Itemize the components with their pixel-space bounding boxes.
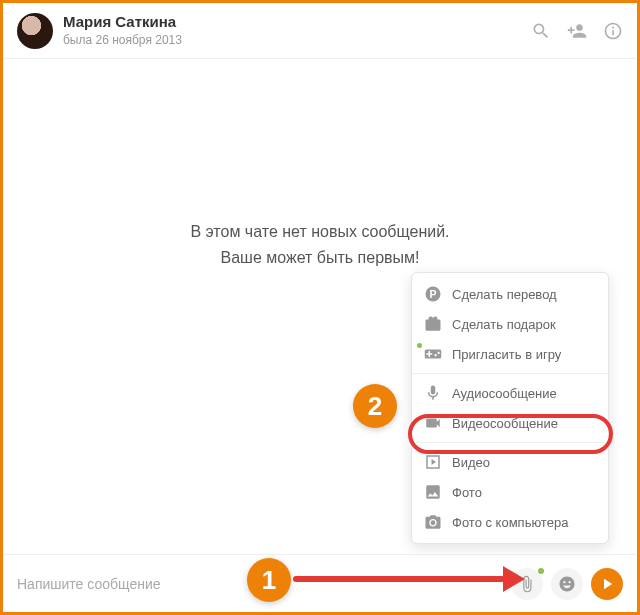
attach-button[interactable] <box>511 568 543 600</box>
menu-audio-message[interactable]: Аудиосообщение <box>412 378 608 408</box>
emoji-icon <box>558 575 576 593</box>
mic-icon <box>424 384 442 402</box>
empty-state: В этом чате нет новых сообщений. Ваше мо… <box>3 219 637 270</box>
videocam-icon <box>424 414 442 432</box>
menu-video-message[interactable]: Видеосообщение <box>412 408 608 438</box>
menu-label: Видеосообщение <box>452 416 558 431</box>
svg-point-2 <box>431 520 436 525</box>
image-icon <box>424 483 442 501</box>
menu-photo[interactable]: Фото <box>412 477 608 507</box>
chat-body: В этом чате нет новых сообщений. Ваше мо… <box>3 59 637 554</box>
menu-upload-photo[interactable]: Фото с компьютера <box>412 507 608 537</box>
play-icon <box>424 453 442 471</box>
send-icon <box>598 575 616 593</box>
emoji-button[interactable] <box>551 568 583 600</box>
search-icon[interactable] <box>531 21 551 41</box>
ruble-icon: P <box>424 285 442 303</box>
chat-window: Мария Саткина была 26 ноября 2013 В этом… <box>0 0 640 615</box>
menu-label: Фото <box>452 485 482 500</box>
menu-label: Сделать подарок <box>452 317 556 332</box>
avatar[interactable] <box>17 13 53 49</box>
user-name[interactable]: Мария Саткина <box>63 13 182 31</box>
empty-line2: Ваше может быть первым! <box>3 245 637 271</box>
add-friend-icon[interactable] <box>567 21 587 41</box>
empty-line1: В этом чате нет новых сообщений. <box>3 219 637 245</box>
menu-video[interactable]: Видео <box>412 447 608 477</box>
annotation-step-1: 1 <box>247 558 291 602</box>
menu-label: Сделать перевод <box>452 287 557 302</box>
menu-separator <box>412 373 608 374</box>
menu-label: Пригласить в игру <box>452 347 561 362</box>
gamepad-icon <box>424 345 442 363</box>
menu-label: Аудиосообщение <box>452 386 557 401</box>
header-actions <box>531 21 623 41</box>
input-actions <box>511 568 623 600</box>
user-block: Мария Саткина была 26 ноября 2013 <box>63 13 182 47</box>
user-status: была 26 ноября 2013 <box>63 33 182 47</box>
new-indicator-dot <box>417 343 422 348</box>
chat-header: Мария Саткина была 26 ноября 2013 <box>3 3 637 59</box>
message-input-bar <box>3 554 637 612</box>
camera-icon <box>424 513 442 531</box>
menu-separator <box>412 442 608 443</box>
menu-transfer[interactable]: P Сделать перевод <box>412 279 608 309</box>
new-indicator-dot <box>538 568 544 574</box>
menu-invite-game[interactable]: Пригласить в игру <box>412 339 608 369</box>
menu-label: Фото с компьютера <box>452 515 568 530</box>
menu-gift[interactable]: Сделать подарок <box>412 309 608 339</box>
info-icon[interactable] <box>603 21 623 41</box>
attachment-menu: P Сделать перевод Сделать подарок Пригла… <box>411 272 609 544</box>
annotation-step-2: 2 <box>353 384 397 428</box>
gift-icon <box>424 315 442 333</box>
svg-text:P: P <box>429 288 436 300</box>
paperclip-icon <box>518 575 536 593</box>
send-button[interactable] <box>591 568 623 600</box>
menu-label: Видео <box>452 455 490 470</box>
